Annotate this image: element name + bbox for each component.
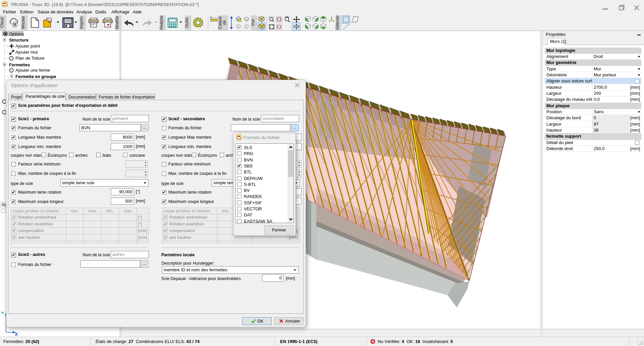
svg-text:X: X [15, 332, 18, 337]
